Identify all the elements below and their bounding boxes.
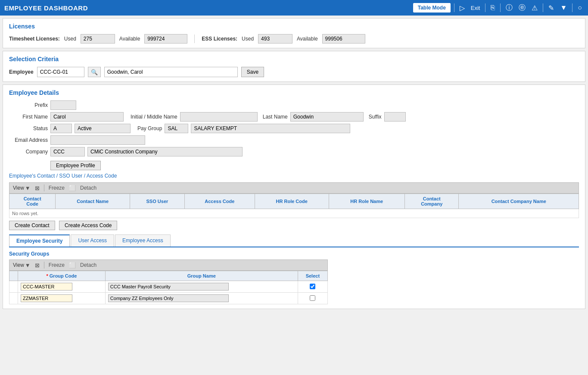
- col-hr-role-name: HR Role Name: [329, 194, 404, 209]
- ess-used-input[interactable]: [258, 34, 292, 44]
- exit-label[interactable]: Exit: [469, 4, 482, 12]
- ts-used-input[interactable]: [81, 34, 115, 44]
- help-icon[interactable]: ⓔ: [517, 3, 527, 13]
- header: EMPLOYEE DASHBOARD Table Mode ▷ Exit ⎘ ⓘ…: [0, 0, 588, 16]
- status-code-input[interactable]: [50, 124, 72, 133]
- employee-search-button[interactable]: 🔍: [88, 67, 101, 77]
- company-name-input[interactable]: [87, 147, 243, 156]
- prefix-row: Prefix: [9, 100, 579, 110]
- status-row: Status Pay Group: [9, 124, 579, 133]
- security-groups-title: Security Groups: [9, 251, 579, 257]
- ess-available-label: Available: [297, 36, 317, 42]
- employee-details-title: Employee Details: [9, 89, 579, 96]
- col-group-name: Group Name: [105, 271, 298, 281]
- alert-icon[interactable]: ⚠: [530, 3, 539, 13]
- employee-id-input[interactable]: [37, 67, 84, 77]
- tab-user-access-label: User Access: [78, 237, 107, 244]
- freeze-button[interactable]: Freeze: [49, 185, 65, 191]
- row-number: [9, 293, 18, 304]
- ts-available-input[interactable]: [144, 34, 187, 44]
- select-checkbox[interactable]: [310, 284, 315, 289]
- header-divider: [454, 3, 454, 12]
- ts-available-label: Available: [119, 36, 140, 42]
- table-mode-button[interactable]: Table Mode: [413, 3, 451, 12]
- prefix-input[interactable]: [50, 100, 76, 110]
- employee-label: Employee: [9, 69, 34, 75]
- pay-group-code-input[interactable]: [165, 124, 188, 133]
- licenses-title: Licenses: [9, 23, 579, 30]
- copy-icon[interactable]: ⎘: [489, 3, 497, 12]
- licenses-row: Timesheet Licenses: Used Available ESS L…: [9, 34, 579, 44]
- employee-profile-button[interactable]: Employee Profile: [50, 161, 101, 170]
- header-divider2: [485, 3, 485, 12]
- tab-employee-security-label: Employee Security: [16, 238, 62, 244]
- licenses-sep: [194, 34, 195, 43]
- first-name-input[interactable]: [50, 112, 124, 122]
- tab-user-access[interactable]: User Access: [71, 234, 114, 247]
- pay-group-desc-input[interactable]: [191, 124, 350, 133]
- select-checkbox[interactable]: [310, 295, 315, 301]
- col-contact-company: ContactCompany: [404, 194, 458, 209]
- company-label: Company: [9, 149, 48, 155]
- security-table-header-row: Group Code Group Name Select: [9, 271, 328, 281]
- create-contact-button[interactable]: Create Contact: [9, 221, 55, 230]
- select-cell: [298, 281, 327, 293]
- header-actions: Table Mode ▷ Exit ⎘ ⓘ ⓔ ⚠ ✎ ▼ ○: [413, 3, 584, 13]
- employee-details-section: Employee Details Prefix First Name Initi…: [3, 84, 585, 309]
- status-text-input[interactable]: [75, 124, 131, 133]
- security-detach-button[interactable]: Detach: [80, 262, 96, 268]
- toolbar-divider: [44, 184, 44, 191]
- security-grid-icon[interactable]: ⊠: [35, 262, 40, 269]
- contact-sso-link[interactable]: Employee's Contact / SSO User / Access C…: [9, 173, 117, 179]
- last-name-input[interactable]: [290, 112, 364, 122]
- security-view-dropdown[interactable]: View ▼: [13, 262, 31, 269]
- middle-name-input[interactable]: [180, 112, 258, 122]
- group-name-cell: [105, 293, 298, 304]
- contact-link-row: Employee's Contact / SSO User / Access C…: [9, 173, 579, 179]
- security-table-row: [9, 281, 328, 293]
- col-access-code: Access Code: [184, 194, 255, 209]
- security-detach-icon: ⬜: [69, 262, 76, 269]
- no-rows-text: No rows yet.: [9, 209, 579, 218]
- tab-employee-security[interactable]: Employee Security: [9, 234, 70, 247]
- company-row: Company: [9, 147, 579, 156]
- group-code-input[interactable]: [21, 294, 72, 302]
- tab-employee-access-label: Employee Access: [122, 237, 163, 244]
- selection-title: Selection Criteria: [9, 56, 579, 62]
- ess-used-label: Used: [242, 36, 254, 42]
- group-name-input[interactable]: [108, 294, 229, 302]
- header-divider4: [543, 3, 543, 12]
- view-chevron-icon: ▼: [25, 185, 31, 191]
- col-contact-name: Contact Name: [56, 194, 130, 209]
- group-code-input[interactable]: [21, 283, 72, 291]
- col-sso-user: SSO User: [130, 194, 185, 209]
- security-toolbar: View ▼ ⊠ Freeze ⬜ Detach: [9, 259, 328, 271]
- toolbar-grid-icon[interactable]: ⊠: [35, 185, 40, 191]
- email-row: Email Address: [9, 135, 579, 145]
- suffix-input[interactable]: [384, 112, 406, 122]
- detach-button[interactable]: Detach: [80, 185, 96, 191]
- security-toolbar-divider: [44, 262, 44, 269]
- group-name-input[interactable]: [108, 283, 229, 291]
- profile-btn-row: Employee Profile: [9, 159, 579, 170]
- email-input[interactable]: [50, 135, 145, 145]
- create-access-code-button[interactable]: Create Access Code: [59, 221, 117, 230]
- employee-name-input[interactable]: [104, 67, 238, 77]
- settings-icon[interactable]: ○: [576, 3, 584, 12]
- view-dropdown[interactable]: View ▼: [13, 185, 31, 191]
- security-view-chevron-icon: ▼: [25, 262, 31, 269]
- row-number: [9, 281, 18, 293]
- edit-icon[interactable]: ✎: [547, 3, 556, 13]
- save-button[interactable]: Save: [241, 67, 264, 77]
- exit-icon[interactable]: ▷: [458, 3, 467, 13]
- tab-employee-access[interactable]: Employee Access: [115, 234, 171, 247]
- ess-available-input[interactable]: [322, 34, 365, 44]
- action-buttons-row: Create Contact Create Access Code: [9, 221, 579, 230]
- chevron-down-icon[interactable]: ▼: [558, 3, 569, 12]
- select-cell: [298, 293, 327, 304]
- info-icon[interactable]: ⓘ: [504, 3, 514, 13]
- no-rows-row: No rows yet.: [9, 209, 579, 218]
- company-code-input[interactable]: [50, 147, 85, 156]
- security-view-label: View: [13, 262, 24, 268]
- security-freeze-button[interactable]: Freeze: [49, 262, 65, 268]
